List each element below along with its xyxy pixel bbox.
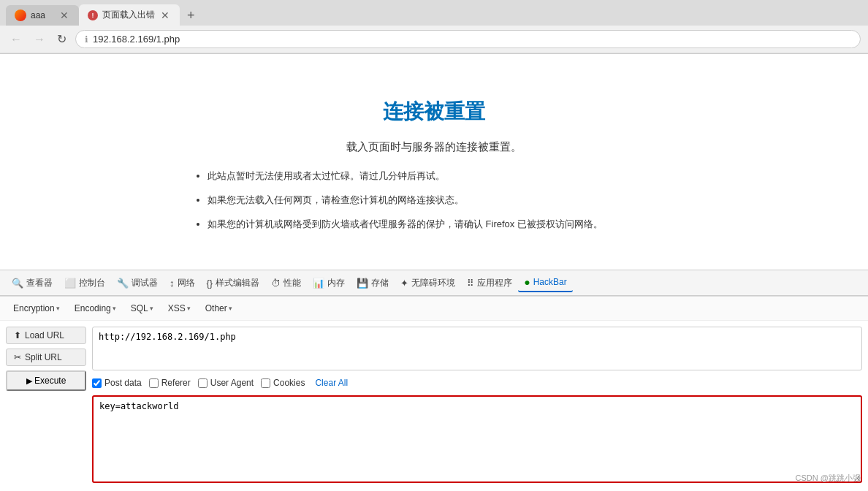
xss-arrow-icon: ▾ [187,305,191,312]
address-bar[interactable]: ℹ 192.168.2.169/1.php [75,30,861,48]
hackbar-xss-menu[interactable]: XSS ▾ [162,301,197,316]
devtools-style-label: 样式编辑器 [216,277,259,289]
hackbar-options: Post data Referer User Agent Cookies C [92,375,862,391]
clear-all-link[interactable]: Clear All [315,378,348,388]
hackbar-sql-menu[interactable]: SQL ▾ [125,301,159,316]
split-url-icon: ✂ [14,352,21,362]
post-data-label: Post data [104,378,142,388]
devtools-network[interactable]: ↕ 网络 [164,274,201,292]
back-button[interactable]: ← [7,31,25,47]
address-text: 192.168.2.169/1.php [93,34,851,45]
hackbar-panel: Encryption ▾ Encoding ▾ SQL ▾ XSS ▾ Othe… [0,296,868,489]
hackbar-encoding-menu[interactable]: Encoding ▾ [69,301,122,316]
referer-label: Referer [161,378,191,388]
browser-chrome: aaa ✕ ! 页面载入出错 ✕ + ← → ↻ ℹ 192.168.2.169… [0,0,868,54]
other-arrow-icon: ▾ [229,305,232,312]
error-title: 连接被重置 [193,98,675,126]
tab-2-title: 页面载入出错 [102,9,155,21]
load-url-icon: ⬆ [14,330,21,340]
user-agent-checkbox[interactable] [198,378,208,388]
sql-arrow-icon: ▾ [150,305,153,312]
devtools-app[interactable]: ⠿ 应用程序 [461,274,518,292]
encryption-arrow-icon: ▾ [56,305,60,312]
error-bullet-1: 此站点暂时无法使用或者太过忙碌。请过几分钟后再试。 [208,169,675,184]
execute-play-icon: ▶ [26,376,32,385]
devtools-memory[interactable]: 📊 内存 [307,274,351,292]
reload-button[interactable]: ↻ [54,31,69,47]
devtools-console[interactable]: ⬜ 控制台 [58,274,111,292]
tab-2-close[interactable]: ✕ [159,9,171,21]
devtools-hackbar[interactable]: ● HackBar [518,273,572,292]
referer-checkbox[interactable] [149,378,159,388]
post-data-checkbox-label[interactable]: Post data [92,378,142,388]
accessibility-icon: ✦ [400,278,408,289]
post-data-textarea[interactable] [92,395,862,483]
load-url-button[interactable]: ⬆ Load URL [6,327,86,344]
watermark: CSDN @跳跳小强 [796,473,861,484]
devtools-memory-label: 内存 [327,277,345,289]
hackbar-xss-label: XSS [168,303,186,313]
error-page: 连接被重置 载入页面时与服务器的连接被重置。 此站点暂时无法使用或者太过忙碌。请… [178,54,690,270]
hackbar-other-label: Other [205,303,227,313]
cookies-checkbox-label[interactable]: Cookies [261,378,305,388]
tab-1-title: aaa [31,10,54,20]
hackbar-sql-label: SQL [131,303,148,313]
devtools-debugger[interactable]: 🔧 调试器 [111,274,164,292]
user-agent-label: User Agent [210,378,254,388]
address-security-icon: ℹ [85,34,88,45]
encoding-arrow-icon: ▾ [113,305,116,312]
devtools-network-label: 网络 [178,277,195,289]
storage-icon: 💾 [357,278,368,289]
devtools-storage[interactable]: 💾 存储 [351,274,395,292]
new-tab-button[interactable]: + [183,9,199,22]
devtools-bar: 🔍 查看器 ⬜ 控制台 🔧 调试器 ↕ 网络 {} 样式编辑器 ⏱ 性能 📊 内… [0,270,868,296]
devtools-style-editor[interactable]: {} 样式编辑器 [201,274,266,292]
forward-button[interactable]: → [31,31,48,47]
devtools-accessibility[interactable]: ✦ 无障碍环境 [395,274,461,292]
url-input[interactable] [92,327,862,370]
style-editor-icon: {} [207,278,213,289]
split-url-button[interactable]: ✂ Split URL [6,349,86,366]
devtools-console-label: 控制台 [79,277,105,289]
execute-button[interactable]: ▶ Execute [6,370,86,391]
split-url-label: Split URL [25,352,62,362]
post-data-checkbox[interactable] [92,378,102,388]
user-agent-checkbox-label[interactable]: User Agent [198,378,254,388]
hackbar-encoding-label: Encoding [75,303,111,313]
devtools-app-label: 应用程序 [477,277,512,289]
error-list: 此站点暂时无法使用或者太过忙碌。请过几分钟后再试。 如果您无法载入任何网页，请检… [193,169,675,232]
referer-checkbox-label[interactable]: Referer [149,378,191,388]
tab-2[interactable]: ! 页面载入出错 ✕ [79,4,180,26]
error-subtitle: 载入页面时与服务器的连接被重置。 [193,140,675,154]
hackbar-body: ⬆ Load URL ✂ Split URL ▶ Execute [0,321,868,489]
execute-label: Execute [34,376,66,386]
devtools-inspector[interactable]: 🔍 查看器 [6,274,58,292]
app-icon: ⠿ [467,278,474,289]
console-icon: ⬜ [64,278,76,289]
error-bullet-3: 如果您的计算机或网络受到防火墙或者代理服务器的保护，请确认 Firefox 已被… [208,217,675,232]
hackbar-menu-bar: Encryption ▾ Encoding ▾ SQL ▾ XSS ▾ Othe… [0,297,868,321]
firefox-icon [15,9,26,21]
tab-bar: aaa ✕ ! 页面载入出错 ✕ + [0,0,868,26]
performance-icon: ⏱ [271,278,281,289]
cookies-label: Cookies [273,378,305,388]
tab-1[interactable]: aaa ✕ [6,5,79,26]
debugger-icon: 🔧 [117,278,129,289]
tab-1-close[interactable]: ✕ [58,9,70,21]
devtools-performance[interactable]: ⏱ 性能 [265,274,307,292]
devtools-a11y-label: 无障碍环境 [411,277,455,289]
inspector-icon: 🔍 [12,278,23,289]
hackbar-encryption-menu[interactable]: Encryption ▾ [7,301,66,316]
network-icon: ↕ [170,278,175,289]
devtools-debugger-label: 调试器 [132,277,158,289]
error-bullet-2: 如果您无法载入任何网页，请检查您计算机的网络连接状态。 [208,193,675,208]
hackbar-main: Post data Referer User Agent Cookies C [92,327,862,483]
memory-icon: 📊 [313,278,324,289]
nav-bar: ← → ↻ ℹ 192.168.2.169/1.php [0,26,868,53]
cookies-checkbox[interactable] [261,378,270,388]
hackbar-other-menu[interactable]: Other ▾ [199,301,238,316]
devtools-storage-label: 存储 [371,277,389,289]
page-content: 连接被重置 载入页面时与服务器的连接被重置。 此站点暂时无法使用或者太过忙碌。请… [0,54,868,489]
devtools-inspector-label: 查看器 [26,277,53,289]
hackbar-dot-icon: ● [524,276,530,288]
